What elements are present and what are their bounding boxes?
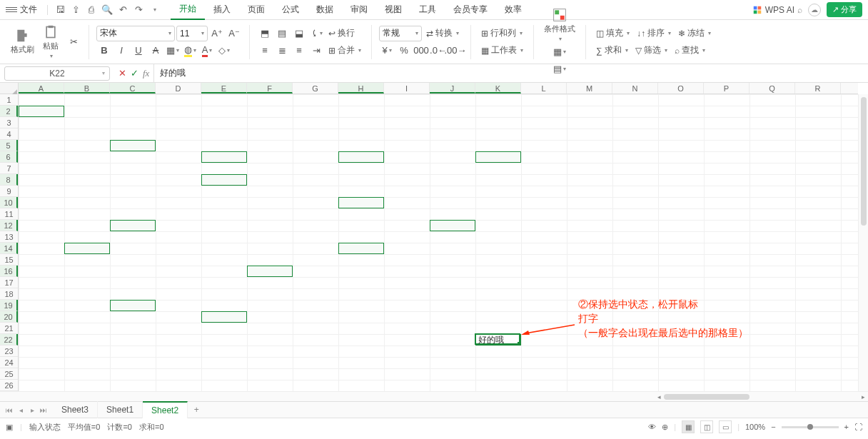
tab-工具[interactable]: 工具: [410, 0, 445, 20]
eye-icon[interactable]: 👁: [648, 423, 656, 431]
border-icon[interactable]: ▦: [165, 43, 181, 59]
fx-icon[interactable]: fx: [143, 68, 149, 79]
horizontal-scrollbar[interactable]: ◂ ▸: [0, 391, 868, 401]
cell-style-icon[interactable]: ▦: [552, 44, 567, 60]
tab-插入[interactable]: 插入: [205, 0, 239, 20]
col-header[interactable]: A: [19, 83, 64, 94]
font-name-select[interactable]: 宋体▾: [96, 26, 175, 41]
tab-效率[interactable]: 效率: [496, 0, 530, 20]
row-header[interactable]: 23: [0, 345, 18, 357]
sum-button[interactable]: ∑ 求和: [593, 43, 631, 59]
col-header[interactable]: O: [658, 83, 704, 94]
sheet-tab[interactable]: Sheet1: [98, 401, 143, 418]
row-header[interactable]: 11: [0, 208, 18, 220]
row-header[interactable]: 7: [0, 163, 18, 174]
col-header[interactable]: C: [110, 83, 156, 94]
font-color-icon[interactable]: A: [199, 43, 215, 59]
record-icon[interactable]: ▣: [6, 423, 13, 432]
wrap-text-button[interactable]: ↩ 换行: [326, 26, 358, 41]
row-header[interactable]: 20: [0, 311, 18, 323]
align-bottom-icon[interactable]: ⬓: [291, 26, 307, 41]
row-header[interactable]: 21: [0, 323, 18, 334]
freeze-button[interactable]: ❄ 冻结: [675, 26, 714, 41]
currency-icon[interactable]: ¥: [379, 43, 395, 59]
tab-开始[interactable]: 开始: [171, 0, 205, 20]
row-header[interactable]: 13: [0, 231, 18, 243]
cancel-icon[interactable]: ✕: [118, 68, 126, 79]
col-header[interactable]: M: [567, 83, 612, 94]
qat-more-icon[interactable]: [148, 4, 160, 16]
target-icon[interactable]: ⊕: [662, 423, 668, 432]
last-sheet-icon[interactable]: ⏭: [39, 406, 49, 414]
strike-icon[interactable]: A: [148, 43, 163, 59]
filter-button[interactable]: ▽ 筛选: [632, 43, 670, 59]
fill-button[interactable]: ◫ 填充: [593, 26, 632, 41]
normal-view-icon[interactable]: ▦: [682, 420, 695, 433]
align-top-icon[interactable]: ⬒: [257, 26, 273, 41]
cloud-icon[interactable]: ☁: [808, 4, 821, 16]
file-menu[interactable]: 文件: [20, 4, 37, 16]
row-header[interactable]: 6: [0, 151, 18, 163]
reading-view-icon[interactable]: ▭: [719, 420, 732, 433]
italic-icon[interactable]: I: [113, 43, 129, 59]
sheet-tab[interactable]: Sheet2: [143, 401, 188, 418]
preview-icon[interactable]: 🔍: [101, 4, 113, 16]
vertical-scrollbar[interactable]: [858, 94, 868, 391]
row-header[interactable]: 15: [0, 254, 18, 266]
tab-页面[interactable]: 页面: [239, 0, 273, 20]
row-header[interactable]: 8: [0, 174, 18, 186]
number-format-select[interactable]: 常规▾: [379, 26, 422, 41]
zoom-in-icon[interactable]: +: [844, 423, 849, 431]
row-header[interactable]: 26: [0, 380, 18, 391]
save-icon[interactable]: 🖫: [54, 4, 66, 16]
row-header[interactable]: 25: [0, 368, 18, 380]
sheet-tab[interactable]: Sheet3: [53, 401, 98, 418]
row-header[interactable]: 22: [0, 334, 18, 345]
row-header[interactable]: 9: [0, 186, 18, 197]
font-size-select[interactable]: 11▾: [176, 26, 208, 41]
row-header[interactable]: 17: [0, 277, 18, 288]
col-header[interactable]: Q: [750, 83, 795, 94]
wps-ai-button[interactable]: WPS AI ⌕: [752, 5, 802, 15]
search-icon[interactable]: ⌕: [797, 5, 802, 15]
row-header[interactable]: 19: [0, 300, 18, 311]
find-button[interactable]: ⌕ 查找: [672, 43, 708, 59]
row-header[interactable]: 24: [0, 357, 18, 368]
col-header[interactable]: J: [430, 83, 475, 94]
scroll-thumb[interactable]: [861, 97, 867, 226]
convert-button[interactable]: ⇄ 转换: [423, 26, 462, 41]
page-view-icon[interactable]: ◫: [700, 420, 713, 433]
bold-icon[interactable]: B: [96, 43, 112, 59]
col-header[interactable]: N: [612, 83, 658, 94]
redo-icon[interactable]: ↷: [133, 4, 144, 16]
col-header[interactable]: I: [384, 83, 430, 94]
align-center-icon[interactable]: ≣: [274, 43, 290, 59]
col-header[interactable]: G: [293, 83, 338, 94]
scroll-left-icon[interactable]: ◂: [654, 392, 664, 401]
col-header[interactable]: B: [64, 83, 110, 94]
zoom-out-icon[interactable]: −: [771, 423, 775, 431]
increase-font-icon[interactable]: A⁺: [209, 26, 225, 41]
col-header[interactable]: H: [338, 83, 384, 94]
formula-input[interactable]: 好的哦: [153, 64, 868, 82]
col-header[interactable]: L: [521, 83, 567, 94]
cut-icon[interactable]: ✂: [66, 34, 81, 50]
worksheet-button[interactable]: ▦ 工作表: [478, 43, 526, 59]
row-header[interactable]: 14: [0, 243, 18, 254]
col-header[interactable]: E: [201, 83, 247, 94]
cond-format-button[interactable]: 条件格式: [541, 7, 578, 43]
col-header[interactable]: F: [247, 83, 293, 94]
export-icon[interactable]: ⇪: [70, 4, 81, 16]
indent-icon[interactable]: ⇥: [308, 43, 324, 59]
scroll-right-icon[interactable]: ▸: [858, 392, 868, 401]
format-painter-button[interactable]: 格式刷: [9, 24, 36, 60]
comma-icon[interactable]: 000: [413, 43, 429, 59]
share-button[interactable]: ↗ 分享: [827, 2, 862, 17]
cell-grid[interactable]: 好的哦: [19, 94, 858, 391]
align-left-icon[interactable]: ≡: [257, 43, 273, 59]
prev-sheet-icon[interactable]: ◂: [16, 406, 26, 414]
select-all-corner[interactable]: [0, 83, 19, 94]
align-right-icon[interactable]: ≡: [291, 43, 307, 59]
first-sheet-icon[interactable]: ⏮: [4, 406, 14, 414]
next-sheet-icon[interactable]: ▸: [27, 406, 37, 414]
